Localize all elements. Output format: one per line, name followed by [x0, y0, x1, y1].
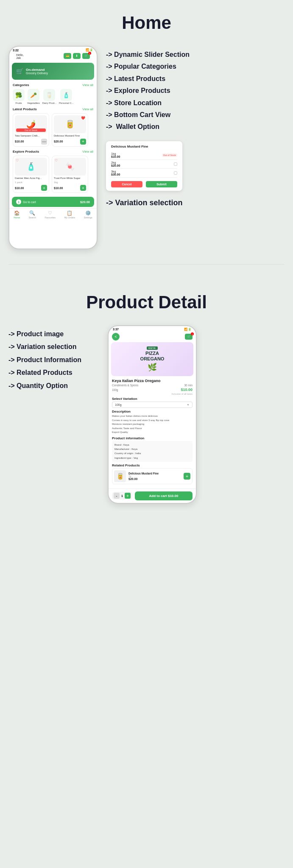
product-price-2: $20.00	[54, 140, 63, 143]
delivery-time: 30 min	[184, 384, 193, 387]
bottom-nav: 🏠 Home 🔍 Search ♡ Favourites 📋 My Orders…	[9, 208, 97, 221]
brand-info: Brand : Keya	[114, 443, 190, 447]
product-price-1: $10.00	[15, 140, 24, 143]
cart-bar-left: 1 Go to cart	[16, 199, 36, 204]
checkbox-3[interactable]	[174, 171, 177, 175]
feature-store-location: -> Store Location	[106, 98, 285, 108]
product-detail-content: -> Product image -> Variation selection …	[8, 325, 285, 504]
variation-section-label: -> Variation selection	[106, 198, 285, 207]
feature-bottom-cart: -> Bottom Cart View	[106, 110, 285, 120]
product-category: Condiments & Spices	[112, 384, 138, 387]
checkbox-2[interactable]	[174, 162, 177, 166]
related-product-img: 🥫	[114, 470, 126, 482]
explore-weight-1: 1 pack	[15, 181, 47, 184]
nav-orders[interactable]: 📋 My Orders	[64, 210, 75, 219]
variation-option-1: 1kg $10.00 Out of Stock	[111, 151, 177, 160]
feature-explore-products: -> Explore Products	[106, 86, 285, 95]
nav-favourites[interactable]: ♡ Favourites	[45, 210, 56, 219]
explore-add-btn-1[interactable]: +	[41, 185, 47, 191]
detail-time: 3:37	[113, 328, 119, 331]
download-icon-btn[interactable]: ⬇	[73, 53, 81, 59]
home-phone-mockup: 3:22 📶🔋 Hello, Jak 💳 ⬇ 🛒 1	[8, 46, 98, 249]
heart-icon-2: ❤️	[81, 116, 85, 120]
select-variation-label: Select Variation	[112, 397, 193, 401]
explore-price-1: $10.00	[15, 187, 24, 190]
detail-meta: Condiments & Spices 30 min	[112, 384, 193, 387]
explore-price-2: $10.00	[54, 187, 63, 190]
product-card-1: 🌶️ Out of Stock Tata Sampann Chilli... $…	[13, 113, 49, 147]
explore-name-1: Garnier Men Acno Fig...	[15, 177, 47, 180]
manufacturer-info: Manufacturer : Keya	[114, 447, 190, 451]
explore-name-2: Trust Pure White Sugar	[54, 177, 86, 180]
category-personal[interactable]: 🧴 Personal C...	[59, 89, 74, 104]
detail-cart-btn[interactable]: 🛒 1	[185, 334, 193, 340]
settings-nav-icon: ⚙️	[85, 210, 91, 216]
detail-feature-info: -> Product Information	[8, 355, 98, 365]
product-name-display: PIZZA OREGANO	[140, 351, 165, 362]
signal-icons: 📶🔋	[86, 48, 93, 52]
variation-select-box[interactable]: 100g ▼	[112, 402, 193, 408]
explore-products-row: ♡ 🧴 Garnier Men Acno Fig... 1 pack $10.0…	[9, 154, 97, 195]
popup-submit-btn[interactable]: Submit	[146, 181, 177, 187]
explore-add-btn-2[interactable]: +	[80, 185, 86, 191]
cart-icon-btn[interactable]: 🛒 1	[82, 53, 90, 59]
variation-popup-container: Delicious Mustard Fine 1kg $10.00 Out of…	[106, 141, 285, 191]
detail-feature-quantity: -> Quantity Option	[8, 381, 98, 391]
home-features-list: -> Dynamic Slider Section -> Popular Cat…	[106, 46, 285, 207]
related-add-btn[interactable]: +	[184, 473, 190, 480]
back-button[interactable]: <	[112, 333, 120, 341]
popup-cancel-btn[interactable]: Cancel	[111, 181, 142, 187]
description-label: Description	[112, 410, 193, 413]
add-btn-1[interactable]: —	[41, 139, 47, 145]
category-dairy[interactable]: 🥛 Dairy Prod...	[42, 89, 56, 104]
home-nav-icon: 🏠	[14, 210, 20, 216]
popup-actions: Cancel Submit	[111, 181, 177, 187]
detail-signal: 📶🔋	[184, 328, 192, 331]
nav-search[interactable]: 🔍 Search	[28, 210, 36, 219]
banner-text: On-demand Grocery Delivery	[26, 68, 48, 75]
quantity-plus-btn[interactable]: +	[125, 493, 131, 499]
detail-feature-image: -> Product image	[8, 329, 98, 339]
fruits-icon: 🥦	[13, 89, 25, 101]
add-to-cart-btn[interactable]: Add to cart $10.00	[135, 491, 193, 500]
cart-badge: 1	[88, 52, 91, 55]
product-brand: KEYA	[147, 346, 157, 350]
explore-card-1: ♡ 🧴 Garnier Men Acno Fig... 1 pack $10.0…	[13, 156, 49, 193]
detail-feature-related: -> Related Products	[8, 368, 98, 377]
time-display: 3:22	[13, 49, 19, 52]
related-product-name: Delicious Mustard Fine	[128, 472, 181, 475]
cart-bar[interactable]: 1 Go to cart $20.00	[12, 197, 94, 207]
explore-img-1: ♡ 🧴	[15, 158, 47, 176]
cart-total: $20.00	[80, 200, 90, 204]
explore-weight-2: 1kg	[54, 181, 86, 184]
feature-latest-products: -> Latest Products	[106, 74, 285, 84]
wallet-icon-btn[interactable]: 💳	[64, 53, 71, 59]
product-detail-section: Product Detail -> Product image -> Varia…	[0, 271, 293, 512]
vegetables-icon: 🥕	[28, 89, 39, 101]
variation-option-left: 1kg $10.00	[111, 152, 120, 158]
related-product-card: 🥫 Delicious Mustard Fine 7g $20.00 +	[112, 468, 193, 484]
category-vegetables[interactable]: 🥕 Vegetables	[27, 89, 40, 104]
cart-count: 1	[16, 199, 21, 204]
orders-nav-icon: 📋	[67, 210, 73, 216]
detail-topbar: < 🛒 1	[109, 332, 196, 342]
status-bar: 3:22 📶🔋	[9, 47, 97, 53]
detail-feature-variation: -> Variation selection	[8, 342, 98, 352]
section-divider	[8, 264, 285, 265]
product-image-inner: KEYA PIZZA OREGANO 🌿	[140, 346, 165, 372]
nav-settings[interactable]: ⚙️ Settings	[84, 210, 92, 219]
variation-selected-value: 100g	[115, 403, 122, 406]
category-fruits[interactable]: 🥦 Fruits	[13, 89, 25, 104]
product-img-1: 🌶️ Out of Stock	[15, 115, 47, 133]
chevron-down-icon: ▼	[187, 403, 190, 406]
categories-row: 🥦 Fruits 🥕 Vegetables 🥛 Dairy Prod... 🧴 …	[9, 88, 97, 106]
variation-popup: Delicious Mustard Fine 1kg $10.00 Out of…	[106, 141, 182, 191]
product-price: $10.00	[181, 388, 193, 392]
add-btn-2[interactable]: +	[80, 139, 86, 145]
detail-info: Keya Italian Pizza Oregano Condiments & …	[109, 376, 196, 488]
latest-products-row: 🌶️ Out of Stock Tata Sampann Chilli... $…	[9, 112, 97, 148]
explore-card-2: ♡ 🍬 Trust Pure White Sugar 1kg $10.00 +	[52, 156, 88, 193]
product-name-2: Delicious Mustard Fine	[54, 134, 86, 138]
nav-home[interactable]: 🏠 Home	[14, 210, 20, 219]
quantity-minus-btn[interactable]: -	[114, 493, 120, 499]
